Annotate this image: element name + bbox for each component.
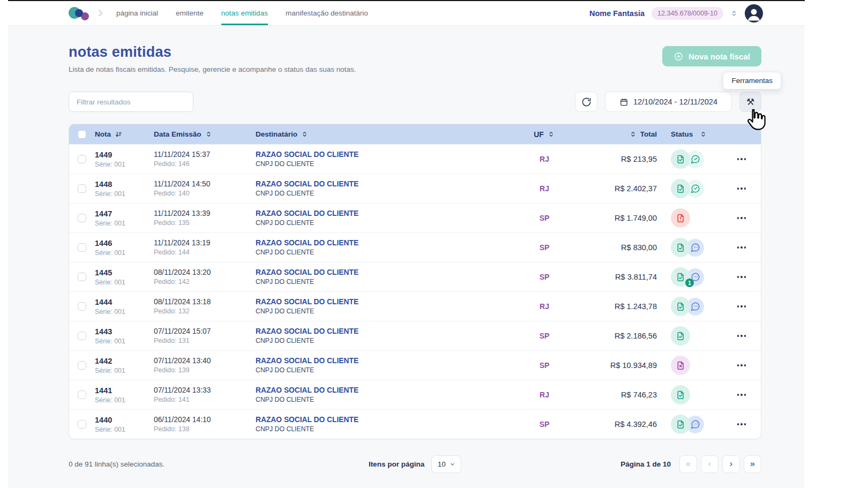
- items-per-page-label: Itens por página: [369, 460, 424, 468]
- tab-notas-emitidas[interactable]: notas emitidas: [221, 1, 268, 25]
- document-check-icon[interactable]: [671, 297, 690, 316]
- user-avatar[interactable]: [745, 4, 763, 22]
- table-header-row: Nota Data Emissão Destinatário UF: [69, 124, 761, 144]
- top-nav: página inicialemitentenotas emitidasmani…: [8, 1, 805, 26]
- row-checkbox[interactable]: [78, 391, 86, 399]
- table-footer: 0 de 91 linha(s) selecionadas. Itens por…: [69, 455, 761, 473]
- row-checkbox[interactable]: [78, 273, 86, 281]
- document-error-icon[interactable]: [671, 208, 690, 228]
- row-checkbox[interactable]: [78, 214, 86, 222]
- row-actions-button[interactable]: [733, 272, 751, 282]
- document-check-icon[interactable]: [671, 149, 690, 169]
- invoice-series: Série: 001: [95, 396, 154, 404]
- app-logo-icon[interactable]: [69, 6, 89, 21]
- client-name-link[interactable]: RAZAO SOCIAL DO CLIENTE: [256, 151, 523, 159]
- tools-button[interactable]: ⚒: [739, 92, 761, 112]
- company-switcher-icon[interactable]: [730, 10, 738, 17]
- column-header-total[interactable]: Total: [566, 130, 662, 138]
- row-actions-button[interactable]: [733, 389, 751, 400]
- invoices-table: Nota Data Emissão Destinatário UF: [69, 124, 761, 439]
- row-checkbox[interactable]: [78, 332, 86, 340]
- client-name-link[interactable]: RAZAO SOCIAL DO CLIENTE: [256, 268, 523, 276]
- invoice-number: 1447: [95, 209, 154, 218]
- filter-input[interactable]: [69, 92, 193, 112]
- row-actions-button[interactable]: [733, 331, 751, 341]
- row-actions-button[interactable]: [733, 213, 751, 223]
- tab-pagina-inicial[interactable]: página inicial: [116, 1, 158, 25]
- order-number: Pedido: 131: [154, 337, 256, 344]
- page-subtitle: Lista de notas fiscais emitidas. Pesquis…: [69, 65, 356, 73]
- emission-datetime: 11/11/2024 13:19: [154, 239, 256, 247]
- invoice-number: 1441: [95, 386, 154, 395]
- document-check-icon[interactable]: [671, 385, 690, 404]
- emission-datetime: 11/11/2024 13:39: [154, 209, 256, 217]
- client-name-link[interactable]: RAZAO SOCIAL DO CLIENTE: [256, 298, 523, 306]
- row-checkbox[interactable]: [78, 302, 86, 311]
- row-actions-button[interactable]: [733, 242, 751, 253]
- last-page-button[interactable]: »: [744, 455, 761, 473]
- total-value: R$ 1.243,78: [566, 302, 662, 311]
- total-value: R$ 2.186,56: [566, 332, 662, 340]
- row-checkbox[interactable]: [78, 243, 86, 252]
- document-check-icon[interactable]: [671, 179, 690, 198]
- client-name-link[interactable]: RAZAO SOCIAL DO CLIENTE: [256, 357, 523, 365]
- status-icons: [671, 238, 704, 257]
- main-tabs: página inicialemitentenotas emitidasmani…: [116, 1, 368, 25]
- document-check-icon[interactable]: [671, 415, 690, 434]
- row-actions-button[interactable]: [733, 419, 751, 430]
- client-name-link[interactable]: RAZAO SOCIAL DO CLIENTE: [256, 416, 523, 424]
- column-header-nota[interactable]: Nota: [95, 130, 154, 139]
- client-cnpj: CNPJ DO CLIENTE: [256, 219, 523, 227]
- prev-page-button: ‹: [701, 455, 719, 473]
- sort-icon: [699, 130, 707, 138]
- new-invoice-button[interactable]: Nova nota fiscal: [662, 46, 761, 66]
- uf-value: RJ: [523, 184, 566, 193]
- emission-datetime: 11/11/2024 14:50: [154, 180, 256, 188]
- tab-emitente[interactable]: emitente: [176, 1, 204, 25]
- items-per-page-select[interactable]: 10: [431, 455, 461, 473]
- total-value: R$ 746,23: [566, 391, 662, 399]
- notification-count-badge: 1: [685, 279, 694, 287]
- row-actions-button[interactable]: [733, 301, 751, 312]
- header-right: Nome Fantasia 12.345.678/0009-10: [589, 4, 763, 22]
- status-icons: 1: [671, 267, 704, 287]
- status-icons: [671, 415, 704, 434]
- tab-manifestacao-destinatario[interactable]: manifestação destinatário: [286, 1, 368, 25]
- document-cancel-icon[interactable]: [671, 356, 690, 375]
- client-name-link[interactable]: RAZAO SOCIAL DO CLIENTE: [256, 209, 523, 217]
- column-header-data-emissao[interactable]: Data Emissão: [154, 130, 256, 138]
- client-name-link[interactable]: RAZAO SOCIAL DO CLIENTE: [256, 180, 523, 188]
- invoice-number: 1444: [95, 298, 154, 306]
- row-actions-button[interactable]: [733, 360, 751, 371]
- column-header-uf[interactable]: UF: [523, 130, 566, 139]
- client-cnpj: CNPJ DO CLIENTE: [256, 278, 523, 286]
- row-actions-button[interactable]: [733, 154, 751, 164]
- row-checkbox[interactable]: [78, 184, 86, 193]
- row-checkbox[interactable]: [78, 155, 86, 163]
- invoice-number: 1442: [95, 357, 154, 365]
- client-name-link[interactable]: RAZAO SOCIAL DO CLIENTE: [256, 386, 523, 394]
- emission-datetime: 08/11/2024 13:18: [154, 298, 256, 306]
- table-row: 1445Série: 00108/11/2024 13:20Pedido: 14…: [69, 262, 761, 291]
- order-number: Pedido: 141: [154, 396, 256, 403]
- emission-datetime: 06/11/2024 14:10: [154, 416, 256, 424]
- table-body: 1449Série: 00111/11/2024 15:37Pedido: 14…: [69, 144, 761, 439]
- row-checkbox[interactable]: [78, 361, 86, 370]
- column-header-destinatario[interactable]: Destinatário: [256, 130, 523, 138]
- next-page-button[interactable]: ›: [722, 455, 740, 473]
- document-check-icon[interactable]: [671, 326, 690, 346]
- date-range-picker[interactable]: 12/10/2024 - 12/11/2024: [605, 92, 732, 112]
- refresh-button[interactable]: [575, 92, 597, 112]
- invoice-number: 1446: [95, 239, 154, 247]
- client-name-link[interactable]: RAZAO SOCIAL DO CLIENTE: [256, 327, 523, 335]
- status-icons: [671, 179, 704, 198]
- column-header-status[interactable]: Status: [662, 130, 722, 138]
- client-name-link[interactable]: RAZAO SOCIAL DO CLIENTE: [256, 239, 523, 247]
- document-check-icon[interactable]: [671, 238, 690, 257]
- order-number: Pedido: 135: [154, 219, 256, 227]
- total-value: R$ 4.392,46: [566, 420, 662, 429]
- uf-value: RJ: [523, 302, 566, 311]
- select-all-checkbox[interactable]: [78, 130, 86, 139]
- row-actions-button[interactable]: [733, 183, 751, 194]
- row-checkbox[interactable]: [78, 420, 86, 429]
